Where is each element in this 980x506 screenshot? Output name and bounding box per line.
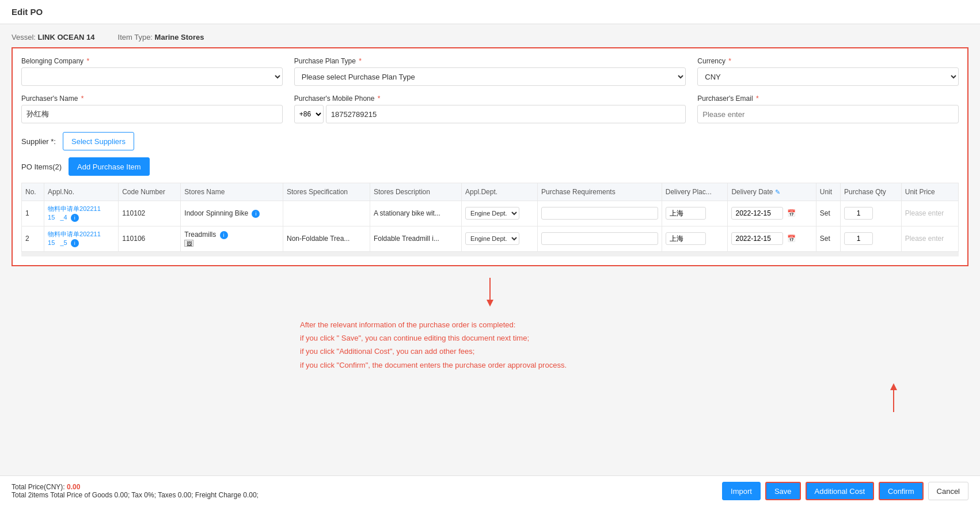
belonging-company-select[interactable] — [21, 67, 283, 86]
belonging-company-group: Belonging Company * — [21, 57, 283, 86]
currency-label: Currency * — [697, 57, 959, 65]
table-row: 1 物料申请单20221115 _4 i 110102 Indoor Spinn… — [22, 201, 959, 226]
cell-appl-no: 物料申请单20221115 _4 i — [44, 201, 119, 226]
cell-code-number: 110102 — [119, 201, 181, 226]
qty-input-row2[interactable] — [844, 232, 873, 245]
cell-unit: Set — [816, 201, 840, 226]
table-header-row: No. Appl.No. Code Number Stores Name Sto… — [22, 183, 959, 201]
cell-stores-name: Treadmills i 🖼 — [181, 226, 283, 251]
vessel-label: Vessel: — [12, 33, 36, 41]
col-stores-name: Stores Name — [181, 183, 283, 201]
purchaser-email-group: Purchaser's Email * — [697, 95, 959, 123]
phone-input[interactable] — [326, 105, 686, 123]
supplier-label: Supplier *: — [21, 137, 56, 146]
annotation-box: After the relevant information of the pu… — [288, 312, 692, 378]
cell-appl-dept: Engine Dept. — [462, 226, 538, 251]
cell-stores-desc: A stationary bike wit... — [370, 201, 461, 226]
col-stores-spec: Stores Specification — [283, 183, 370, 201]
stores-name-info-icon-row1[interactable]: i — [252, 210, 260, 218]
info-icon-row2[interactable]: i — [71, 239, 79, 247]
qty-input-row1[interactable] — [844, 207, 873, 220]
currency-select[interactable]: CNY — [697, 67, 959, 86]
vessel-info: Vessel: LINK OCEAN 14 Item Type: Marine … — [12, 33, 968, 41]
po-items-row: PO Items(2) Add Purchase Item — [21, 157, 959, 176]
table-row: 2 物料申请单20221115 _5 i 110106 Treadmills i… — [22, 226, 959, 251]
delivery-date-edit-icon[interactable]: ✎ — [775, 188, 780, 196]
stores-name-img-icon-row2[interactable]: 🖼 — [184, 240, 193, 247]
cell-stores-desc: Foldable Treadmill i... — [370, 226, 461, 251]
col-purchase-req: Purchase Requirements — [537, 183, 662, 201]
cell-purchase-qty — [841, 201, 902, 226]
purchaser-name-group: Purchaser's Name * — [21, 95, 283, 123]
purchaser-phone-label: Purchaser's Mobile Phone * — [294, 95, 686, 103]
col-appl-no: Appl.No. — [44, 183, 119, 201]
form-container: Belonging Company * Purchase Plan Type *… — [12, 47, 968, 266]
delivery-date-input-row1[interactable] — [731, 207, 783, 220]
svg-marker-3 — [890, 383, 897, 390]
purchase-plan-type-group: Purchase Plan Type * Please select Purch… — [294, 57, 686, 86]
cell-delivery-place — [662, 201, 728, 226]
table-scrollbar[interactable] — [21, 252, 959, 256]
cell-unit: Set — [816, 226, 840, 251]
arrow-up-container — [12, 383, 968, 412]
cell-delivery-date: 📅 — [728, 226, 816, 251]
purchase-plan-type-select[interactable]: Please select Purchase Plan Type — [294, 67, 686, 86]
cell-no: 1 — [22, 201, 44, 226]
annotation-section: After the relevant information of the pu… — [12, 266, 968, 424]
info-icon-row1[interactable]: i — [71, 214, 79, 222]
purchase-plan-type-label: Purchase Plan Type * — [294, 57, 686, 65]
cell-delivery-date: 📅 — [728, 201, 816, 226]
purchaser-email-label: Purchaser's Email * — [697, 95, 959, 103]
col-unit: Unit — [816, 183, 840, 201]
phone-input-group: +86 — [294, 105, 686, 123]
cell-purchase-req[interactable] — [537, 201, 662, 226]
po-items-table: No. Appl.No. Code Number Stores Name Sto… — [21, 183, 959, 252]
annotation-text: After the relevant information of the pu… — [300, 318, 680, 372]
appl-dept-select-row1[interactable]: Engine Dept. — [465, 207, 519, 220]
cell-stores-spec: Non-Foldable Trea... — [283, 226, 370, 251]
col-code-number: Code Number — [119, 183, 181, 201]
col-delivery-date: Delivery Date ✎ — [728, 183, 816, 201]
arrow-down — [12, 278, 968, 307]
select-suppliers-button[interactable]: Select Suppliers — [63, 132, 134, 150]
purchase-req-input-row2[interactable] — [541, 232, 658, 245]
svg-marker-1 — [487, 300, 493, 307]
cell-no: 2 — [22, 226, 44, 251]
cell-appl-no: 物料申请单20221115 _5 i — [44, 226, 119, 251]
calendar-icon-row1[interactable]: 📅 — [787, 209, 796, 217]
purchaser-name-input[interactable] — [21, 105, 283, 123]
delivery-place-input-row2[interactable] — [666, 232, 706, 245]
col-purchase-qty: Purchase Qty — [841, 183, 902, 201]
cell-code-number: 110106 — [119, 226, 181, 251]
cell-delivery-place — [662, 226, 728, 251]
col-stores-desc: Stores Description — [370, 183, 461, 201]
purchaser-phone-group: Purchaser's Mobile Phone * +86 — [294, 95, 686, 123]
page-title: Edit PO — [12, 7, 43, 17]
belonging-company-label: Belonging Company * — [21, 57, 283, 65]
appl-dept-select-row2[interactable]: Engine Dept. — [465, 232, 519, 245]
country-code-select[interactable]: +86 — [294, 105, 324, 123]
po-items-table-wrapper: No. Appl.No. Code Number Stores Name Sto… — [21, 183, 959, 256]
form-row-2: Purchaser's Name * Purchaser's Mobile Ph… — [21, 95, 959, 123]
cell-unit-price: Please enter — [901, 226, 958, 251]
vessel-value: LINK OCEAN 14 — [38, 33, 95, 41]
cell-purchase-req[interactable] — [537, 226, 662, 251]
add-purchase-item-button[interactable]: Add Purchase Item — [69, 157, 150, 176]
purchaser-name-label: Purchaser's Name * — [21, 95, 283, 103]
stores-name-info-icon-row2[interactable]: i — [220, 231, 228, 239]
supplier-row: Supplier *: Select Suppliers — [21, 132, 959, 150]
cell-stores-name: Indoor Spinning Bike i — [181, 201, 283, 226]
delivery-place-input-row1[interactable] — [666, 207, 706, 220]
col-unit-price: Unit Price — [901, 183, 958, 201]
po-items-label: PO Items(2) — [21, 163, 62, 171]
form-row-1: Belonging Company * Purchase Plan Type *… — [21, 57, 959, 86]
purchaser-email-input[interactable] — [697, 105, 959, 123]
item-type-value: Marine Stores — [155, 33, 204, 41]
calendar-icon-row2[interactable]: 📅 — [787, 235, 796, 243]
currency-group: Currency * CNY — [697, 57, 959, 86]
purchase-req-input-row1[interactable] — [541, 207, 658, 220]
item-type-label: Item Type: — [118, 33, 153, 41]
col-no: No. — [22, 183, 44, 201]
cell-appl-dept: Engine Dept. — [462, 201, 538, 226]
delivery-date-input-row2[interactable] — [731, 232, 783, 245]
